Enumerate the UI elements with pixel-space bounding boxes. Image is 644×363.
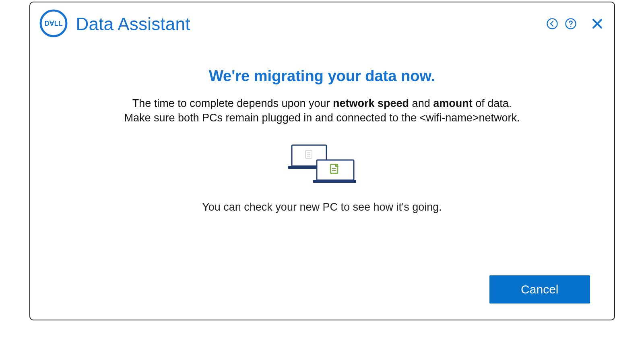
- help-circle-icon: [565, 18, 577, 31]
- cancel-button[interactable]: Cancel: [489, 275, 590, 304]
- two-laptops-icon: [288, 143, 356, 187]
- main-content: We're migrating your data now. The time …: [30, 43, 614, 213]
- footer: Cancel: [489, 275, 590, 304]
- close-button[interactable]: [590, 17, 605, 31]
- svg-point-2: [547, 18, 557, 29]
- subtext-strong: amount: [433, 97, 473, 109]
- svg-rect-14: [313, 180, 356, 183]
- subtext-part: and: [409, 97, 433, 109]
- subtext-part: of data.: [473, 97, 512, 109]
- subtext-part: network.: [479, 112, 520, 124]
- brand: D∀LL Data Assistant: [39, 9, 190, 39]
- header: D∀LL Data Assistant: [30, 2, 614, 43]
- subtext: The time to complete depends upon your n…: [117, 96, 527, 125]
- subtext-part: Make sure both PCs remain plugged in and…: [124, 112, 419, 124]
- svg-point-4: [570, 26, 571, 27]
- app-window: D∀LL Data Assistant: [29, 2, 615, 320]
- close-icon: [591, 18, 603, 31]
- back-button[interactable]: [545, 17, 559, 31]
- svg-text:D∀LL: D∀LL: [44, 20, 62, 27]
- dell-logo-icon: D∀LL: [39, 9, 68, 39]
- headline: We're migrating your data now.: [62, 68, 582, 85]
- migration-illustration: [62, 143, 582, 187]
- app-title: Data Assistant: [76, 14, 190, 34]
- header-actions: [545, 17, 605, 31]
- wifi-name-placeholder: <wifi-name>: [419, 112, 479, 124]
- subtext-strong: network speed: [333, 97, 409, 109]
- help-button[interactable]: [564, 17, 578, 31]
- subtext-part: The time to complete depends upon your: [132, 97, 333, 109]
- chevron-left-circle-icon: [546, 18, 558, 31]
- check-new-pc-text: You can check your new PC to see how it'…: [62, 201, 582, 213]
